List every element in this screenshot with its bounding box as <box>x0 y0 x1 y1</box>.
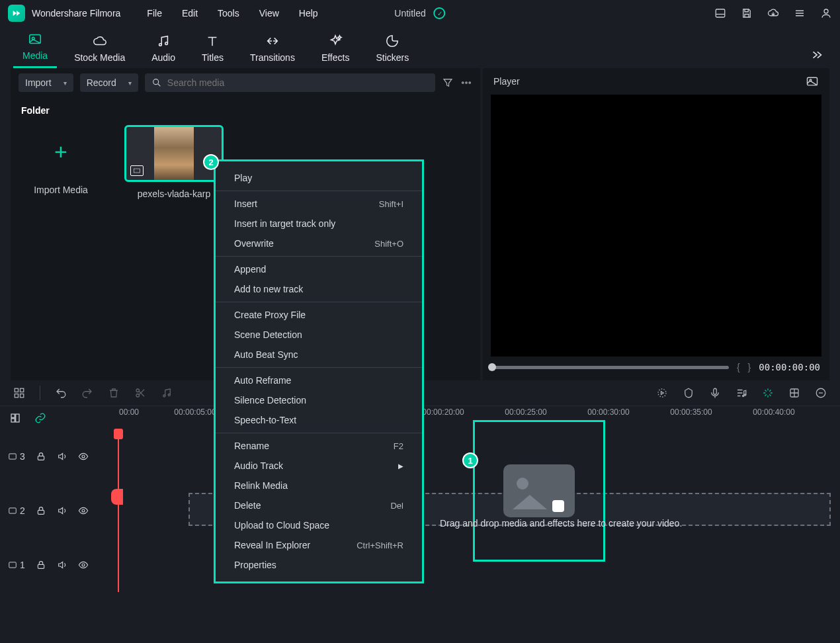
cursor-hand-icon <box>552 500 564 512</box>
playhead[interactable] <box>118 429 119 592</box>
eye-icon[interactable] <box>78 560 89 570</box>
playhead-cap[interactable] <box>114 429 123 439</box>
ruler-label: 00:00:25:00 <box>505 407 546 417</box>
menu-file[interactable]: File <box>147 8 162 19</box>
hamburger-menu-icon[interactable] <box>794 7 806 19</box>
tab-transitions[interactable]: Transitions <box>241 34 304 68</box>
ctx-label: Audio Track <box>234 460 283 471</box>
save-icon[interactable] <box>741 7 753 19</box>
menu-view[interactable]: View <box>259 8 279 19</box>
ctx-speech-to-text[interactable]: Speech-to-Text <box>216 410 422 430</box>
ctx-scene-detection[interactable]: Scene Detection <box>216 325 422 345</box>
lock-icon[interactable] <box>36 505 46 516</box>
clip-thumbnail <box>124 125 224 182</box>
tab-media[interactable]: Media <box>13 32 57 68</box>
lock-icon[interactable] <box>36 560 46 570</box>
mark-in-icon[interactable]: { <box>737 362 740 372</box>
tab-stickers[interactable]: Stickers <box>366 34 418 68</box>
ctx-append[interactable]: Append <box>216 259 422 279</box>
more-icon[interactable] <box>460 77 472 89</box>
scrubber-knob[interactable] <box>488 363 496 371</box>
adjustment-icon[interactable] <box>788 387 800 399</box>
player-viewport[interactable] <box>491 95 821 357</box>
import-label: Import <box>25 77 52 88</box>
ctx-add-new-track[interactable]: Add to new track <box>216 279 422 299</box>
audio-detach-icon[interactable] <box>161 387 173 399</box>
redo-icon[interactable] <box>81 387 93 399</box>
mic-icon[interactable] <box>709 387 721 399</box>
ctx-overwrite[interactable]: OverwriteShift+O <box>216 234 422 253</box>
cut-icon[interactable] <box>134 387 146 399</box>
lock-icon[interactable] <box>36 451 46 462</box>
player-scrubber[interactable] <box>492 366 729 369</box>
import-media-tile[interactable]: + Import Media <box>21 125 101 195</box>
menu-help[interactable]: Help <box>299 8 318 19</box>
search-input[interactable] <box>167 77 429 88</box>
ctx-rename[interactable]: RenameF2 <box>216 436 422 456</box>
ctx-reveal-explorer[interactable]: Reveal In ExplorerCtrl+Shift+R <box>216 535 422 555</box>
playhead-handle[interactable] <box>111 489 123 505</box>
ctx-insert-target[interactable]: Insert in target track only <box>216 214 422 234</box>
ctx-auto-beat-sync[interactable]: Auto Beat Sync <box>216 345 422 364</box>
auto-ripple-icon[interactable] <box>762 387 774 399</box>
ctx-properties[interactable]: Properties <box>216 555 422 575</box>
cloud-download-icon[interactable] <box>767 7 779 19</box>
mute-icon[interactable] <box>57 451 67 462</box>
music-note-icon <box>156 34 171 48</box>
snapshot-icon[interactable] <box>806 75 819 88</box>
search-field[interactable] <box>145 73 435 92</box>
ctx-silence-detection[interactable]: Silence Detection <box>216 390 422 410</box>
svg-point-25 <box>658 389 666 397</box>
ctx-label: Properties <box>234 560 276 570</box>
music-list-icon[interactable] <box>735 387 747 399</box>
eye-icon[interactable] <box>78 451 89 462</box>
tracks-collapse-icon[interactable] <box>9 412 21 424</box>
mute-icon[interactable] <box>57 560 67 570</box>
render-icon[interactable] <box>656 387 668 399</box>
record-dropdown[interactable]: Record ▾ <box>80 73 138 92</box>
tabs-overflow-icon[interactable] <box>807 48 827 68</box>
eye-icon[interactable] <box>78 505 89 516</box>
import-dropdown[interactable]: Import ▾ <box>19 73 73 92</box>
tab-titles[interactable]: Titles <box>192 34 233 68</box>
mark-out-icon[interactable]: } <box>748 362 751 372</box>
ctx-relink-media[interactable]: Relink Media <box>216 476 422 495</box>
ctx-create-proxy[interactable]: Create Proxy File <box>216 305 422 325</box>
link-icon[interactable] <box>34 412 46 424</box>
text-icon <box>205 34 220 48</box>
ctx-upload-cloud[interactable]: Upload to Cloud Space <box>216 515 422 535</box>
zoom-out-icon[interactable] <box>815 387 827 399</box>
ruler-label: 00:00:30:00 <box>587 407 629 417</box>
svg-rect-40 <box>9 562 17 568</box>
ctx-shortcut: F2 <box>394 441 403 451</box>
tab-effects[interactable]: Effects <box>312 34 359 68</box>
menu-tools[interactable]: Tools <box>218 8 239 19</box>
svg-rect-35 <box>38 456 44 460</box>
mute-icon[interactable] <box>57 505 67 516</box>
tab-stock-media[interactable]: Stock Media <box>65 34 134 68</box>
chevron-down-icon: ▾ <box>63 79 67 87</box>
ctx-label: Upload to Cloud Space <box>234 520 329 531</box>
ctx-label: Scene Detection <box>234 329 302 340</box>
ctx-insert[interactable]: InsertShift+I <box>216 194 422 214</box>
menu-edit[interactable]: Edit <box>182 8 198 19</box>
filter-icon[interactable] <box>442 77 454 89</box>
ctx-play[interactable]: Play <box>216 168 422 188</box>
account-icon[interactable] <box>820 7 832 19</box>
undo-icon[interactable] <box>55 387 67 399</box>
player-timecode: 00:00:00:00 <box>759 362 820 372</box>
layout-icon[interactable] <box>714 7 726 19</box>
chevron-down-icon: ▾ <box>128 79 132 87</box>
sparkle-icon <box>328 34 343 48</box>
track-controls: 1 <box>0 560 116 570</box>
player-panel: Player { } 00:00:00:00 Full Quality ▾ <box>483 68 829 406</box>
ctx-audio-track[interactable]: Audio Track▶ <box>216 456 422 476</box>
ctx-auto-reframe[interactable]: Auto Reframe <box>216 370 422 390</box>
ctx-delete[interactable]: DeleteDel <box>216 495 422 515</box>
project-title[interactable]: Untitled <box>394 8 425 19</box>
tab-audio[interactable]: Audio <box>142 34 185 68</box>
grid-icon[interactable] <box>13 387 25 399</box>
trash-icon[interactable] <box>108 387 120 399</box>
marker-icon[interactable] <box>683 387 694 399</box>
tab-label: Stickers <box>376 52 409 63</box>
